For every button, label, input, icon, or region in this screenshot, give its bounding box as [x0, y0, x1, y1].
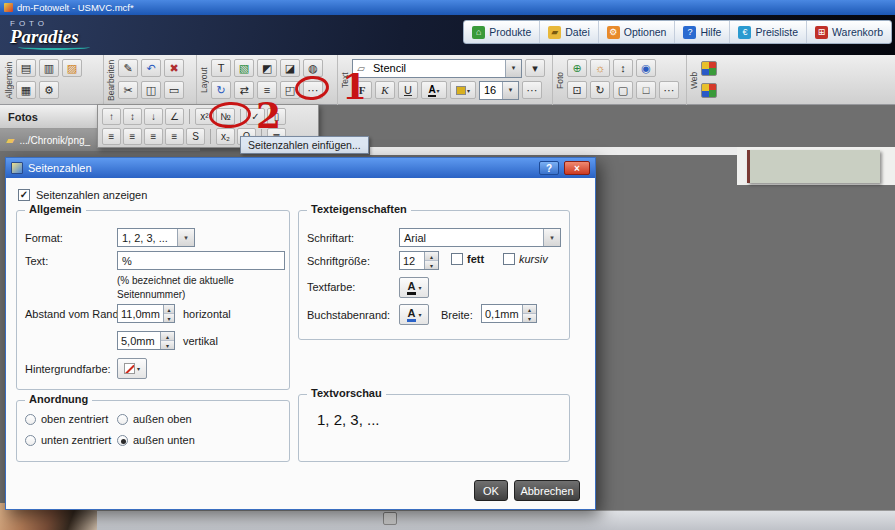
checkbox[interactable]: [451, 253, 463, 265]
nav-preisliste[interactable]: € Preisliste: [730, 21, 807, 43]
effects-icon[interactable]: ☼: [590, 59, 610, 77]
nav-hilfe[interactable]: ? Hilfe: [675, 21, 730, 43]
nav-warenkorb[interactable]: ⊞ Warenkorb: [807, 21, 891, 43]
send-back-icon[interactable]: ◪: [280, 59, 300, 77]
window-title: dm-Fotowelt - USMVC.mcf*: [17, 2, 134, 13]
photobook-page[interactable]: [747, 150, 880, 183]
align-center-icon[interactable]: ≡: [123, 128, 142, 145]
insert-image-icon[interactable]: ▧: [234, 59, 254, 77]
nav-datei[interactable]: ▰ Datei: [540, 21, 599, 43]
frame-icon[interactable]: ▢: [613, 81, 633, 99]
photos-icon[interactable]: ▨: [62, 59, 82, 77]
pages-icon[interactable]: ▦: [16, 81, 36, 99]
margin-horizontal-spinner[interactable]: 11,0mm ▴ ▾: [117, 304, 175, 323]
spinner-down-icon[interactable]: ▾: [164, 313, 174, 322]
toolbar-section-allgemein: Allgemein ▤ ▥ ▨ ▦ ⚙: [2, 55, 103, 105]
font-color-button[interactable]: A ▾: [421, 81, 447, 99]
settings-icon[interactable]: ⚙: [39, 81, 59, 99]
radio-button[interactable]: [25, 414, 36, 425]
radio-button[interactable]: [117, 414, 128, 425]
underline-button[interactable]: U: [398, 81, 418, 99]
rotate-icon[interactable]: ↻: [211, 81, 231, 99]
border-icon[interactable]: □: [636, 81, 656, 99]
ok-button[interactable]: OK: [474, 480, 508, 501]
transparency-icon[interactable]: ◍: [303, 59, 323, 77]
format-select[interactable]: 1, 2, 3, ... ▾: [117, 228, 195, 247]
background-color-button[interactable]: ▾: [117, 358, 147, 379]
font-size-spinner[interactable]: 12 ▴ ▾: [399, 251, 439, 270]
align-justify-icon[interactable]: ≡: [165, 128, 184, 145]
spinner-down-icon[interactable]: ▾: [425, 260, 438, 269]
radio-aussen-unten[interactable]: außen unten: [117, 434, 195, 446]
strikethrough-icon[interactable]: S: [186, 128, 205, 145]
checkbox[interactable]: ✓: [18, 189, 30, 201]
web-upload-icon[interactable]: [701, 61, 717, 76]
checkbox[interactable]: [503, 253, 515, 265]
nav-optionen[interactable]: ⚙ Optionen: [599, 21, 676, 43]
edit-icon[interactable]: ✎: [118, 59, 138, 77]
valign-bottom-icon[interactable]: ↓: [144, 108, 163, 125]
delete-icon[interactable]: ✖: [164, 59, 184, 77]
spinner-up-icon[interactable]: ▴: [425, 252, 438, 260]
flip-icon[interactable]: ⇄: [234, 81, 254, 99]
bring-front-icon[interactable]: ◩: [257, 59, 277, 77]
margin-vertical-spinner[interactable]: 5,0mm ▴ ▾: [117, 331, 175, 350]
add-photos-icon[interactable]: ⊕: [567, 59, 587, 77]
dialog-close-button[interactable]: ×: [564, 161, 590, 175]
stencil-select[interactable]: ▱ Stencil ▾: [352, 59, 522, 78]
globe-icon[interactable]: ◉: [636, 59, 656, 77]
web-gallery-icon[interactable]: [701, 83, 717, 98]
text-more-icon[interactable]: ⋯: [522, 81, 542, 99]
stencil-extra-chevron-icon[interactable]: ▾: [525, 59, 545, 77]
font-size-select[interactable]: 16 ▾: [479, 81, 519, 100]
insert-text-icon[interactable]: T: [211, 59, 231, 77]
spinner-up-icon[interactable]: ▴: [161, 332, 174, 340]
spinner-down-icon[interactable]: ▾: [523, 313, 536, 322]
text-color-button[interactable]: A ▾: [399, 277, 429, 298]
spinner-down-icon[interactable]: ▾: [161, 340, 174, 349]
chevron-down-icon[interactable]: ▾: [543, 229, 560, 246]
save-icon[interactable]: ▤: [16, 59, 36, 77]
italic-button[interactable]: K: [375, 81, 395, 99]
align-right-icon[interactable]: ≡: [144, 128, 163, 145]
chevron-down-icon[interactable]: ▾: [177, 229, 194, 246]
spinner-up-icon[interactable]: ▴: [164, 305, 174, 313]
show-page-numbers-checkbox[interactable]: ✓ Seitenzahlen anzeigen: [18, 189, 147, 201]
cancel-button[interactable]: Abbrechen: [514, 480, 580, 501]
copy-icon[interactable]: ◫: [141, 81, 161, 99]
sort-icon[interactable]: ↕: [613, 59, 633, 77]
undo-icon[interactable]: ↶: [141, 59, 161, 77]
dialog-titlebar: Seitenzahlen ? ×: [6, 158, 595, 178]
chevron-down-icon[interactable]: ▾: [505, 60, 521, 77]
nav-produkte[interactable]: ⌂ Produkte: [464, 21, 540, 43]
font-select[interactable]: Arial ▾: [399, 228, 561, 247]
rotate-photo-icon[interactable]: ↻: [590, 81, 610, 99]
radio-oben-zentriert[interactable]: oben zentriert: [25, 413, 108, 425]
chevron-down-icon[interactable]: ▾: [502, 82, 518, 99]
crop-icon[interactable]: ⊡: [567, 81, 587, 99]
dialog-help-button[interactable]: ?: [539, 161, 559, 175]
fill-color-button[interactable]: ▾: [450, 81, 476, 99]
foto-more-icon[interactable]: ⋯: [659, 81, 679, 99]
radio-aussen-oben[interactable]: außen oben: [117, 413, 192, 425]
scrollbar-handle[interactable]: [383, 512, 397, 525]
print-icon[interactable]: ▥: [39, 59, 59, 77]
rotate-text-icon[interactable]: ∠: [165, 108, 184, 125]
valign-middle-icon[interactable]: ↕: [123, 108, 142, 125]
radio-button-selected[interactable]: [117, 435, 128, 446]
format-label: Format:: [25, 232, 63, 244]
letter-border-color-button[interactable]: A ▾: [399, 304, 429, 325]
border-width-spinner[interactable]: 0,1mm ▴ ▾: [481, 304, 537, 323]
paste-icon[interactable]: ▭: [164, 81, 184, 99]
radio-unten-zentriert[interactable]: unten zentriert: [25, 434, 111, 446]
cut-icon[interactable]: ✂: [118, 81, 138, 99]
subscript-icon[interactable]: x₂: [216, 128, 235, 145]
radio-button[interactable]: [25, 435, 36, 446]
bold-checkbox[interactable]: fett: [451, 253, 484, 265]
group-anordnung: Anordnung oben zentriert außen oben unte…: [16, 400, 290, 462]
italic-checkbox[interactable]: kursiv: [503, 253, 548, 265]
valign-top-icon[interactable]: ↑: [102, 108, 121, 125]
text-input[interactable]: %: [117, 251, 285, 270]
align-left-icon[interactable]: ≡: [102, 128, 121, 145]
spinner-up-icon[interactable]: ▴: [523, 305, 536, 313]
